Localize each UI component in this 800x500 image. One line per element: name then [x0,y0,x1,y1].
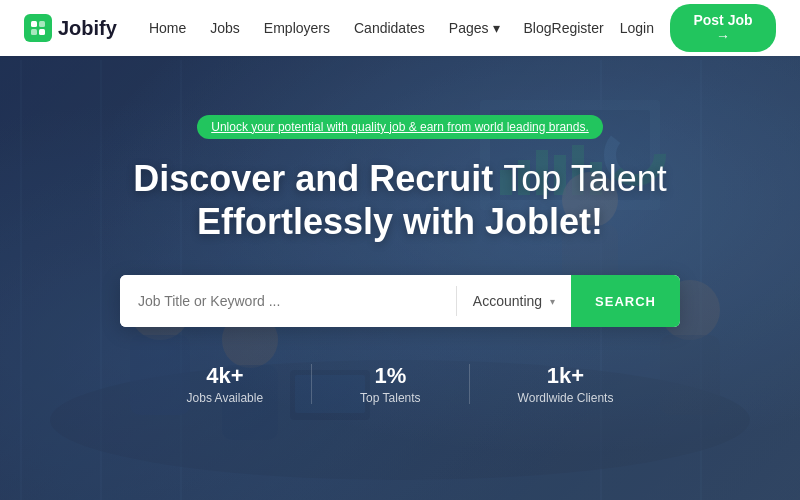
stat-clients: 1k+ Wordlwide Clients [518,363,614,405]
stat-jobs-label: Jobs Available [187,391,264,405]
stat-talents-number: 1% [374,363,406,389]
category-chevron-icon: ▾ [550,296,555,307]
nav-blog[interactable]: Blog [524,20,552,36]
stat-jobs-number: 4k+ [206,363,243,389]
svg-rect-0 [31,21,37,27]
hero-title-light: Top Talent [503,158,666,199]
hero-content: Unlock your potential with quality job &… [120,95,680,405]
nav-home[interactable]: Home [149,20,186,36]
hero-stats: 4k+ Jobs Available 1% Top Talents 1k+ Wo… [187,363,614,405]
nav-employers[interactable]: Employers [264,20,330,36]
search-input[interactable] [120,275,456,327]
stat-talents-label: Top Talents [360,391,421,405]
stat-clients-label: Wordlwide Clients [518,391,614,405]
nav-candidates[interactable]: Candidates [354,20,425,36]
navbar: Jobify Home Jobs Employers Candidates Pa… [0,0,800,56]
search-bar: Accounting ▾ SEARCH [120,275,680,327]
stat-divider-1 [311,364,312,404]
category-dropdown[interactable]: Accounting ▾ [457,275,571,327]
hero-title: Discover and Recruit Top Talent Effortle… [133,157,667,243]
hero-section: Unlock your potential with quality job &… [0,0,800,500]
post-job-button[interactable]: Post Job → [670,4,776,52]
nav-links: Home Jobs Employers Candidates Pages ▾ B… [149,20,552,36]
hero-title-line2: Effortlessly with Joblet! [197,201,603,242]
nav-jobs[interactable]: Jobs [210,20,240,36]
logo[interactable]: Jobify [24,14,117,42]
search-button[interactable]: SEARCH [571,275,680,327]
login-link[interactable]: Login [620,20,654,36]
svg-rect-3 [39,29,45,35]
stat-jobs: 4k+ Jobs Available [187,363,264,405]
stat-talents: 1% Top Talents [360,363,421,405]
nav-pages[interactable]: Pages ▾ [449,20,500,36]
svg-rect-5 [20,60,22,500]
hero-badge: Unlock your potential with quality job &… [197,115,603,139]
logo-icon [24,14,52,42]
register-link[interactable]: Register [552,20,604,36]
hero-badge-text: Unlock your potential with quality job &… [211,120,589,134]
pages-chevron-icon: ▾ [493,20,500,36]
brand-name: Jobify [58,17,117,40]
svg-rect-2 [31,29,37,35]
category-label: Accounting [473,293,542,309]
stat-divider-2 [469,364,470,404]
nav-right: Register Login Post Job → [552,4,776,52]
stat-clients-number: 1k+ [547,363,584,389]
hero-title-bold: Discover and Recruit [133,158,493,199]
svg-rect-1 [39,21,45,27]
